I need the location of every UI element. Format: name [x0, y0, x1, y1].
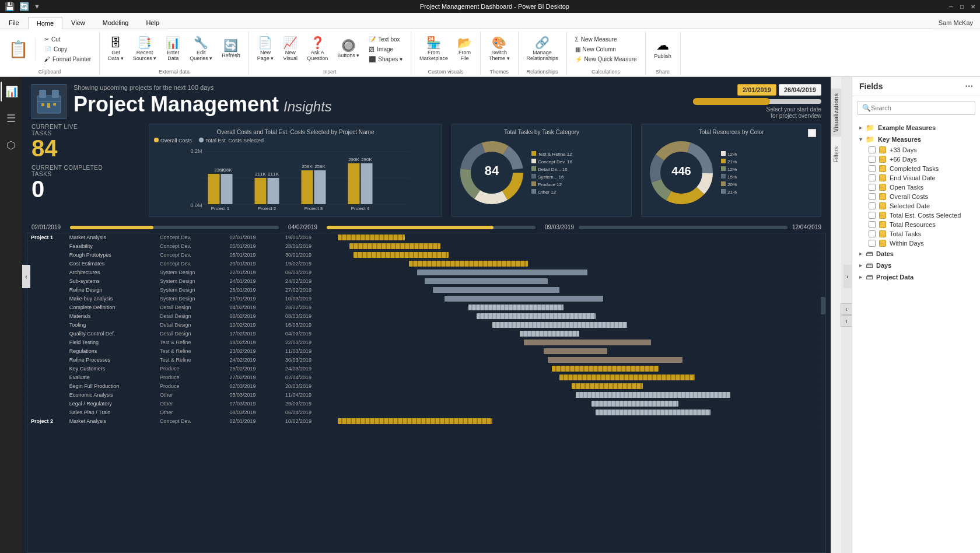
date-range-handle[interactable]: [693, 98, 770, 105]
collapse-right-button[interactable]: ›: [844, 265, 852, 288]
format-painter-button[interactable]: 🖌Format Painter: [41, 55, 94, 64]
get-data-button[interactable]: 🗄GetData ▾: [104, 36, 127, 62]
range-track-3[interactable]: [579, 226, 788, 229]
buttons-button[interactable]: 🔘Buttons ▾: [334, 38, 363, 60]
donut2-title: Total Resources by Color: [646, 129, 816, 135]
copy-button[interactable]: 📄Copy: [41, 45, 94, 54]
range-track-2[interactable]: [327, 226, 536, 229]
viz-tab-visualizations[interactable]: Visualizations: [831, 89, 841, 137]
field-checkbox[interactable]: [869, 221, 876, 228]
field-checkbox[interactable]: [869, 165, 876, 172]
close-button[interactable]: ✕: [971, 4, 975, 10]
field-item[interactable]: Completed Tasks: [857, 164, 975, 173]
field-name: +66 Days: [890, 156, 973, 163]
tab-help[interactable]: Help: [137, 16, 168, 29]
panel-collapse-button[interactable]: ⋯: [965, 82, 973, 91]
measure-icon: [879, 165, 886, 172]
field-checkbox[interactable]: [869, 212, 876, 219]
svg-text:Project 4: Project 4: [351, 206, 370, 210]
new-column-button[interactable]: ▦New Column: [572, 45, 640, 54]
donut2-svg: 446: [646, 138, 716, 208]
field-checkbox[interactable]: [869, 156, 876, 163]
field-checkbox[interactable]: [869, 193, 876, 200]
search-input[interactable]: [871, 104, 970, 111]
viz-tab-filters[interactable]: Filters: [831, 142, 841, 167]
table-row: Evaluate Produce 27/02/2019 02/04/2019: [27, 373, 825, 382]
from-marketplace-button[interactable]: 🏪FromMarketplace: [416, 36, 452, 62]
kpi-completed-block: CURRENT COMPLETEDTASKS 0: [32, 164, 139, 201]
collapse-left-button[interactable]: ‹: [22, 265, 30, 288]
from-file-button[interactable]: 📂FromFile: [454, 36, 475, 62]
field-checkbox[interactable]: [869, 230, 876, 237]
field-item[interactable]: Total Est. Costs Selected: [857, 211, 975, 220]
field-item[interactable]: Total Resources: [857, 220, 975, 229]
tab-modeling[interactable]: Modeling: [94, 16, 138, 29]
field-item[interactable]: Within Days: [857, 239, 975, 248]
nav-arrow-up[interactable]: ‹: [841, 303, 852, 315]
minimize-button[interactable]: ─: [949, 4, 953, 10]
new-page-button[interactable]: 📄NewPage ▾: [254, 36, 278, 62]
field-checkbox[interactable]: [869, 174, 876, 181]
field-item[interactable]: +33 Days: [857, 145, 975, 155]
new-measure-button[interactable]: ΣNew Measure: [572, 35, 640, 44]
measure-icon: [879, 184, 886, 191]
field-checkbox[interactable]: [869, 146, 876, 153]
measure-icon: [879, 202, 886, 209]
field-item[interactable]: +66 Days: [857, 155, 975, 164]
maximize-button[interactable]: □: [960, 4, 964, 10]
field-item[interactable]: End Visual Date: [857, 173, 975, 183]
svg-text:290K: 290K: [361, 157, 372, 162]
svg-text:236K: 236K: [221, 167, 232, 173]
field-checkbox[interactable]: [869, 202, 876, 209]
publish-button[interactable]: ☁Publish: [650, 38, 675, 60]
shapes-button[interactable]: ⬛Shapes ▾: [365, 55, 406, 64]
dashboard-logo: [32, 84, 66, 119]
field-section-header[interactable]: ▸ 📁 Example Measures: [857, 122, 975, 134]
field-item[interactable]: Open Tasks: [857, 183, 975, 192]
field-item[interactable]: Overall Costs: [857, 192, 975, 201]
enter-data-button[interactable]: 📊EnterData: [162, 36, 184, 62]
field-item[interactable]: Total Tasks: [857, 229, 975, 239]
table-row: Tooling Detail Design 10/02/2019 16/03/2…: [27, 321, 825, 330]
field-checkbox[interactable]: [869, 240, 876, 247]
data-view-icon[interactable]: ☰: [3, 108, 19, 128]
relationships-group: 🔗ManageRelationships Relationships: [519, 32, 567, 75]
textbox-button[interactable]: 📝Text box: [365, 35, 406, 44]
search-box[interactable]: 🔍: [857, 101, 975, 115]
cut-button[interactable]: ✂Cut: [41, 35, 94, 44]
scrollbar-thumb[interactable]: [821, 297, 825, 314]
date-pill-start[interactable]: 2/01/2019: [737, 84, 776, 96]
field-item[interactable]: Selected Date: [857, 201, 975, 211]
nav-arrow-down[interactable]: ‹: [841, 315, 852, 327]
new-quick-measure-button[interactable]: ⚡New Quick Measure: [572, 55, 640, 64]
refresh-button[interactable]: 🔄Refresh: [218, 38, 244, 60]
tab-view[interactable]: View: [62, 16, 94, 29]
date-range-bar[interactable]: [693, 99, 821, 104]
new-visual-button[interactable]: 📈NewVisual: [279, 36, 301, 62]
range-track-1[interactable]: [70, 226, 279, 229]
tab-home[interactable]: Home: [28, 17, 62, 29]
manage-relationships-button[interactable]: 🔗ManageRelationships: [523, 36, 562, 62]
field-section-header[interactable]: ▸ 🗃 Dates: [857, 248, 975, 260]
ask-question-button[interactable]: ❓Ask AQuestion: [303, 36, 331, 62]
gantt-scroll[interactable]: Project 1 Market Analysis Concept Dev. 0…: [27, 233, 825, 552]
switch-theme-button[interactable]: 🎨SwitchTheme ▾: [485, 36, 513, 62]
user-name: Sam McKay: [932, 17, 980, 29]
field-section-header[interactable]: ▾ 📁 Key Measures: [857, 134, 975, 145]
paste-button[interactable]: 📋: [5, 38, 32, 60]
tab-file[interactable]: File: [0, 16, 28, 29]
edit-queries-button[interactable]: 🔧EditQueries ▾: [186, 36, 216, 62]
date-pill-end[interactable]: 26/04/2019: [779, 84, 821, 96]
image-button[interactable]: 🖼Image: [365, 45, 406, 54]
ribbon-content: 📋 ✂Cut 📄Copy 🖌Format Painter Clipboard 🗄…: [0, 29, 980, 77]
field-section-header[interactable]: ▸ 🗃 Days: [857, 260, 975, 271]
measure-icon: [879, 174, 886, 181]
report-view-icon[interactable]: 📊: [1, 82, 22, 102]
model-view-icon[interactable]: ⬡: [3, 135, 19, 155]
field-checkbox[interactable]: [869, 184, 876, 191]
gantt-scrollbar[interactable]: [821, 233, 825, 552]
field-section-header[interactable]: ▸ 🗃 Project Data: [857, 271, 975, 283]
recent-sources-button[interactable]: 📑RecentSources ▾: [130, 36, 160, 62]
measure-icon: [879, 212, 886, 219]
field-name: Selected Date: [890, 202, 973, 209]
